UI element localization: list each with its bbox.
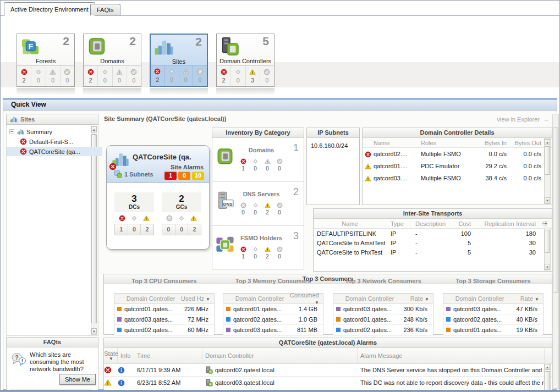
table-row[interactable]: qatcord02.qates...1.0 GB — [223, 314, 323, 324]
column-header-value[interactable]: Rate ▼ — [506, 295, 541, 302]
table-row[interactable]: qatcord01.qates...1.4 GB — [223, 303, 323, 314]
scroll-up-arrow[interactable]: ▲ — [545, 139, 550, 145]
status-cell[interactable]: 2 — [151, 65, 165, 86]
column-header-value[interactable]: Rate ▼ — [396, 295, 431, 302]
status-cell[interactable]: 3 — [246, 66, 260, 86]
column-header-value[interactable]: Used Hz ▼ — [177, 295, 212, 302]
status-cell[interactable]: 0 — [61, 66, 74, 86]
column-header-type[interactable]: Type — [386, 220, 411, 227]
alarm-info[interactable] — [118, 379, 134, 387]
column-header-roles[interactable]: Roles — [421, 140, 474, 146]
status-cell[interactable]: 0 — [46, 66, 61, 86]
table-row[interactable]: qatcord02.qates...236 Kb/s — [333, 324, 433, 335]
table-row[interactable]: qatcord02.qates...60 MHz — [114, 324, 214, 335]
column-header-domain-controller[interactable]: Domain Controller — [124, 295, 177, 302]
warngray-status-icon — [116, 69, 123, 75]
table-row[interactable]: qatcord02....Multiple FSMO0.0 c/s0.0 c/s — [363, 148, 552, 160]
scrollbar-thumb[interactable] — [545, 371, 550, 391]
scrollbar-thumb[interactable] — [545, 146, 550, 175]
table-row[interactable]: qatcord01.qates...248 Kb/s — [333, 314, 433, 324]
table-row[interactable]: QATCoreSite to AmstTestIP-530 — [314, 238, 552, 247]
sidebar-item-default-first-s-[interactable]: Default-First-S... — [7, 137, 102, 146]
column-header-bytes-in[interactable]: Bytes In — [474, 140, 510, 146]
table-row[interactable]: qatcord03....Multiple FSMO38.4 c/s0.0 c/… — [363, 172, 552, 184]
table-row[interactable]: 6/23/11 8:52 AMqatcord03.qatest.localThi… — [104, 377, 552, 389]
tile-forests[interactable]: F2Forests2000 — [17, 34, 75, 87]
alarm-count-badge[interactable]: 1 — [164, 172, 177, 180]
status-cell[interactable]: 2 — [217, 66, 231, 86]
inventory-mid: FSMO Holders1020 — [235, 235, 287, 260]
sidebar-item-qatcoresite-qa-[interactable]: QATCoreSite (qa... — [7, 147, 102, 156]
scrollbar-thumb[interactable] — [553, 128, 558, 292]
alarm-count-badge[interactable]: 10 — [192, 172, 204, 180]
column-header-name[interactable]: Name — [374, 140, 421, 146]
scroll-down-arrow[interactable]: ▼ — [91, 328, 97, 334]
table-row[interactable]: 6/17/11 9:39 AMqatcord02.qatest.localThe… — [104, 364, 552, 377]
tile-domain-controllers[interactable]: 5Domain Controllers2030 — [216, 34, 274, 87]
scrollbar[interactable] — [552, 114, 559, 389]
scroll-down-arrow[interactable]: ▼ — [545, 264, 550, 270]
inventory-row-domains[interactable]: Domains10001 — [212, 138, 304, 182]
column-header-description[interactable]: Description — [411, 220, 447, 227]
table-row[interactable]: qatcord01....PDC Emulator29.2 c/s0.0 c/s — [363, 160, 552, 172]
view-in-explorer-link[interactable]: view in Explorer — [497, 116, 540, 123]
site-card[interactable]: QATCoreSite (qa. 1 Subnets Site Alarms 1… — [106, 145, 210, 250]
table-row[interactable]: qatcord03.qates...811 MB — [223, 324, 323, 335]
status-cell[interactable]: 2 — [17, 66, 31, 86]
scrollbar-thumb[interactable] — [545, 230, 550, 253]
tile-sites[interactable]: 2Sites2000 — [150, 34, 208, 87]
scroll-down-arrow[interactable]: ▼ — [545, 197, 550, 203]
status-cell[interactable]: 0 — [179, 65, 194, 86]
consumer-table: Domain ControllerRate ▼qatcord03.qates..… — [443, 293, 543, 335]
table-menu-icon[interactable] — [541, 220, 548, 227]
table-row[interactable]: qatcord01.qates...19 KB/s — [443, 324, 543, 335]
table-row[interactable]: qatcord03.qates...300 Kb/s — [333, 303, 433, 314]
table-row[interactable]: QATCoreSite to PhxTestIP-530 — [314, 247, 552, 257]
status-cell[interactable]: 0 — [98, 66, 112, 86]
column-header-state[interactable]: State▼ — [104, 348, 118, 363]
alarm-info[interactable] — [118, 367, 134, 374]
status-cell[interactable]: 0 — [127, 66, 141, 86]
column-header-domain-controller[interactable]: Domain Controller — [343, 295, 396, 302]
status-cell[interactable]: 0 — [193, 65, 207, 86]
table-row[interactable]: qatcord02.qates...40 KB/s — [443, 314, 543, 324]
scrollbar[interactable]: ▲▼ — [544, 138, 551, 204]
inventory-row-dns-servers[interactable]: DNSDNS Servers00202 — [212, 182, 304, 226]
table-row[interactable]: DEFAULTIPSITELINKIP-100180 — [314, 229, 552, 238]
status-cell[interactable]: 0 — [260, 66, 274, 86]
inventory-row-fsmo-holders[interactable]: FSMO Holders10203 — [212, 226, 304, 269]
diamond-status-icon — [35, 69, 42, 75]
column-header-replication-interval[interactable]: Replication Interval — [473, 220, 538, 227]
column-header-domain-controller[interactable]: Domain Controller — [233, 295, 286, 302]
column-header-name[interactable]: Name — [314, 220, 386, 227]
show-me-button[interactable]: Show Me — [59, 374, 96, 385]
info-icon — [118, 379, 125, 387]
status-cell[interactable]: 0 — [113, 66, 127, 86]
tab-faqts[interactable]: FAQts — [90, 4, 120, 15]
column-header-bytes-out[interactable]: Bytes Out — [510, 140, 545, 146]
group-label: DCs — [129, 204, 140, 210]
scrollbar-thumb[interactable] — [91, 134, 97, 323]
table-row[interactable]: qatcord03.qates...47 KB/s — [443, 303, 543, 314]
column-header-domain-controller[interactable]: Domain Controller — [453, 295, 506, 302]
status-cell[interactable]: 0 — [231, 66, 245, 86]
scroll-up-arrow[interactable]: ▲ — [545, 364, 550, 370]
scrollbar[interactable]: ▲ — [544, 363, 551, 391]
scrollbar[interactable]: ▲▼ — [91, 126, 97, 335]
table-row[interactable]: qatcord03.qates...72 MHz — [114, 314, 214, 324]
inventory-statuses: 1000 — [235, 157, 287, 172]
scrollbar[interactable]: ▼ — [544, 228, 551, 270]
tile-domains[interactable]: 2Domains2000 — [83, 34, 141, 87]
ok-icon — [277, 246, 283, 252]
tab-active-directory-environment[interactable]: Active Directory Environment — [4, 2, 95, 16]
alarm-count-badge[interactable]: 0 — [178, 172, 190, 180]
column-header-cost[interactable]: Cost — [447, 220, 473, 227]
status-cell[interactable]: 0 — [165, 65, 179, 86]
info-icon — [118, 367, 125, 374]
status-cell[interactable]: 2 — [84, 66, 98, 86]
status-cell[interactable]: 0 — [31, 66, 46, 86]
column-header-value[interactable]: Consumed ▼ — [286, 292, 321, 305]
sidebar-item-summary[interactable]: Summary — [7, 127, 91, 136]
table-row[interactable]: qatcord01.qates...226 MHz — [114, 303, 214, 314]
scroll-up-arrow[interactable]: ▲ — [91, 126, 97, 132]
